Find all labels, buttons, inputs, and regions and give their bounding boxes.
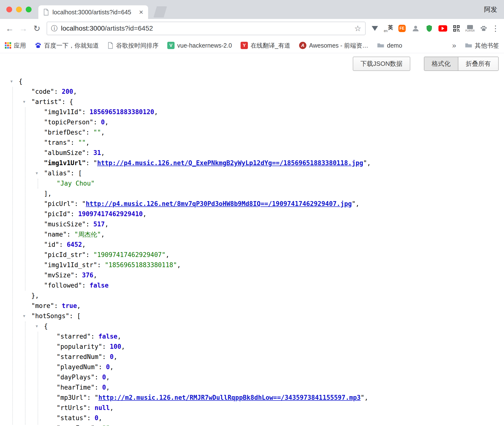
- collapse-arrow-icon[interactable]: ▼: [23, 311, 25, 321]
- json-line: "Jay Chou": [0, 178, 504, 188]
- json-key: "more": [31, 302, 54, 309]
- json-value-number: 200: [62, 88, 73, 95]
- json-key: "dayPlays": [57, 374, 95, 381]
- reload-button[interactable]: ↻: [31, 24, 43, 33]
- json-value-string: "": [102, 425, 110, 426]
- bookmark-item[interactable]: demo: [377, 42, 402, 49]
- bookmark-item[interactable]: Vvue-hackernews-2.0: [167, 42, 232, 49]
- fehelper-extension-icon[interactable]: FE: [396, 23, 408, 34]
- json-value-number: 0: [102, 384, 106, 391]
- profile-name: 阿发: [484, 5, 497, 14]
- json-line: "code": 200,: [0, 86, 504, 97]
- json-key: "id": [44, 241, 59, 248]
- close-window-button[interactable]: [6, 7, 12, 12]
- window-controls: [6, 7, 32, 12]
- json-value-number: 100: [110, 343, 121, 350]
- json-link[interactable]: http://p4.music.126.net/8mv7qP30Pd3oHW8b…: [86, 200, 352, 207]
- bookmark-item[interactable]: AAwesomes - 前端资…: [299, 42, 368, 50]
- json-key: "picId_str": [44, 251, 86, 258]
- collapse-arrow-icon[interactable]: ▼: [10, 76, 13, 86]
- json-value-string: "19097417462929407": [93, 251, 166, 258]
- json-line: ▼"artist": {: [0, 97, 504, 107]
- json-link[interactable]: http://m2.music.126.net/RMJR7wDullRqppBk…: [98, 394, 361, 401]
- json-punctuation: {: [44, 323, 48, 330]
- folder-icon: [465, 43, 472, 48]
- json-line: "status": 0,: [0, 413, 504, 423]
- bookmark-item[interactable]: 谷歌按时间排序: [108, 42, 159, 50]
- json-line: ],: [0, 188, 504, 199]
- json-punctuation: {: [69, 98, 73, 105]
- json-value-string: "18569651883380118": [105, 261, 177, 269]
- vue-icon: V: [167, 42, 175, 49]
- bookmark-item[interactable]: Y在线翻译_有道: [241, 42, 290, 50]
- youdao-translate-extension-icon[interactable]: en英: [383, 23, 394, 34]
- youtube-extension-icon[interactable]: [437, 23, 449, 34]
- other-bookmarks-label: 其他书签: [475, 42, 499, 50]
- bookmark-label: 在线翻译_有道: [251, 42, 290, 50]
- extensions-area: en英FEPLAYER: [369, 23, 489, 34]
- download-json-button[interactable]: 下载JSON数据: [353, 57, 410, 71]
- json-value-number: 0: [110, 353, 114, 360]
- json-punctuation: },: [31, 292, 39, 299]
- collapse-arrow-icon[interactable]: ▼: [36, 168, 38, 178]
- page-info-icon[interactable]: ⓘ: [51, 24, 58, 33]
- json-key: "albumSize": [44, 149, 86, 156]
- baidu-icon: [35, 42, 42, 49]
- player-extension-icon[interactable]: PLAYER: [464, 23, 476, 34]
- json-punctuation: [: [77, 312, 81, 320]
- json-value-number: 376: [82, 272, 93, 279]
- json-key: "copyFrom": [57, 425, 95, 426]
- json-value-string: "周杰伦": [74, 231, 101, 238]
- json-key: "alias": [44, 170, 71, 177]
- json-key: "img1v1Url": [44, 159, 86, 167]
- minimize-window-button[interactable]: [16, 7, 22, 12]
- json-value-number: 517: [93, 221, 105, 228]
- triangle-extension-icon[interactable]: [369, 23, 381, 34]
- collapse-arrow-icon[interactable]: ▼: [23, 97, 25, 107]
- json-value-number: 31: [93, 149, 101, 156]
- json-punctuation: {: [19, 78, 23, 85]
- profile-extension-icon[interactable]: [410, 23, 421, 34]
- bookmarks-overflow-button[interactable]: »: [452, 41, 456, 50]
- json-line: "more": true,: [0, 301, 504, 311]
- new-tab-button[interactable]: [153, 6, 167, 17]
- json-value-number: 0: [101, 119, 105, 126]
- bookmark-star-icon[interactable]: ☆: [354, 24, 361, 33]
- bookmark-item[interactable]: 应用: [5, 42, 26, 50]
- other-bookmarks-folder[interactable]: 其他书签: [465, 42, 499, 50]
- json-punctuation: ],: [44, 190, 51, 197]
- browser-tab[interactable]: localhost:3000/artists?id=645 ×: [38, 5, 148, 19]
- json-value-string: "Jay Chou": [57, 180, 95, 187]
- forward-button[interactable]: →: [17, 24, 30, 33]
- address-bar[interactable]: ⓘ localhost:3000/artists?id=6452 ☆: [47, 22, 366, 35]
- paw-extension-icon[interactable]: [478, 23, 489, 34]
- navigation-bar: ← → ↻ ⓘ localhost:3000/artists?id=6452 ☆…: [0, 19, 504, 38]
- shield-extension-icon[interactable]: [423, 23, 435, 34]
- json-value-number: 0: [106, 363, 110, 371]
- json-key: "starredNum": [57, 353, 102, 360]
- zoom-window-button[interactable]: [26, 7, 32, 12]
- bookmark-item[interactable]: 百度一下，你就知道: [35, 42, 99, 50]
- url-path-text: /artists?id=6452: [105, 25, 153, 32]
- json-key: "popularity": [57, 343, 102, 350]
- json-line: "rtUrls": null,: [0, 403, 504, 413]
- youdao-icon: Y: [241, 42, 248, 49]
- json-value-number: 6452: [67, 241, 82, 248]
- json-line: "popularity": 100,: [0, 341, 504, 352]
- json-line: "mp3Url": "http://m2.music.126.net/RMJR7…: [0, 392, 504, 403]
- json-link[interactable]: http://p4.music.126.net/Q_ExePNkmgB2yWyL…: [97, 159, 363, 167]
- json-value-number: null: [95, 404, 110, 411]
- qrcode-extension-icon[interactable]: [451, 23, 462, 34]
- collapse-all-button[interactable]: 折叠所有: [458, 57, 498, 70]
- collapse-arrow-icon[interactable]: ▼: [36, 321, 38, 331]
- json-line: ▼"hotSongs": [: [0, 311, 504, 321]
- format-button[interactable]: 格式化: [424, 57, 458, 70]
- back-button[interactable]: ←: [3, 24, 16, 33]
- tab-close-button[interactable]: ×: [139, 8, 143, 16]
- json-key: "starred": [57, 333, 91, 340]
- json-line: ▼{: [0, 76, 504, 86]
- browser-menu-button[interactable]: ⋮: [490, 24, 501, 33]
- json-key: "mvSize": [44, 272, 74, 279]
- json-value-number: 19097417462929410: [78, 210, 143, 218]
- json-key: "name": [44, 231, 67, 238]
